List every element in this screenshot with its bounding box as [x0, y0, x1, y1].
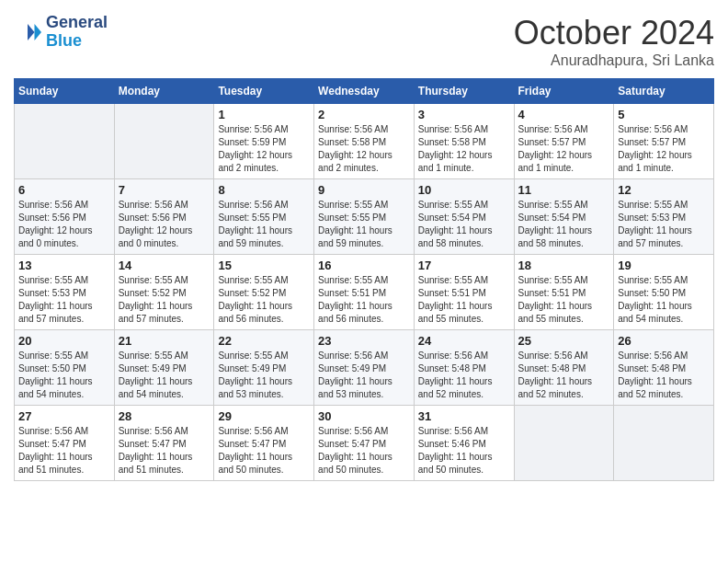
calendar-cell: 30Sunrise: 5:56 AM Sunset: 5:47 PM Dayli…: [314, 406, 415, 481]
day-info: Sunrise: 5:56 AM Sunset: 5:47 PM Dayligh…: [18, 425, 110, 477]
svg-marker-0: [35, 24, 42, 40]
weekday-header: Friday: [514, 79, 614, 104]
month-title: October 2024: [514, 14, 714, 52]
day-number: 28: [119, 409, 210, 423]
day-number: 27: [18, 409, 110, 423]
day-number: 17: [418, 259, 510, 272]
calendar-week-row: 1Sunrise: 5:56 AM Sunset: 5:59 PM Daylig…: [15, 104, 714, 179]
day-number: 22: [218, 334, 310, 348]
day-number: 6: [18, 183, 110, 197]
day-info: Sunrise: 5:55 AM Sunset: 5:53 PM Dayligh…: [618, 199, 710, 250]
weekday-header: Monday: [114, 79, 214, 104]
day-number: 15: [218, 259, 310, 272]
calendar-week-row: 6Sunrise: 5:56 AM Sunset: 5:56 PM Daylig…: [15, 179, 714, 255]
day-number: 13: [18, 259, 110, 272]
day-info: Sunrise: 5:55 AM Sunset: 5:49 PM Dayligh…: [119, 350, 210, 401]
day-number: 30: [318, 409, 410, 423]
logo-text: General Blue: [46, 14, 108, 51]
calendar-body: 1Sunrise: 5:56 AM Sunset: 5:59 PM Daylig…: [15, 104, 714, 481]
logo-line1: General: [46, 14, 108, 32]
weekday-header: Wednesday: [314, 79, 415, 104]
day-number: 21: [119, 334, 210, 348]
calendar-cell: 6Sunrise: 5:56 AM Sunset: 5:56 PM Daylig…: [15, 179, 115, 255]
calendar-cell: 28Sunrise: 5:56 AM Sunset: 5:47 PM Dayli…: [114, 406, 214, 481]
day-info: Sunrise: 5:55 AM Sunset: 5:50 PM Dayligh…: [618, 274, 710, 326]
day-info: Sunrise: 5:56 AM Sunset: 5:49 PM Dayligh…: [318, 350, 410, 401]
calendar-cell: 9Sunrise: 5:55 AM Sunset: 5:55 PM Daylig…: [314, 179, 415, 255]
logo: General Blue: [14, 14, 108, 51]
calendar-cell: 16Sunrise: 5:55 AM Sunset: 5:51 PM Dayli…: [314, 255, 415, 330]
calendar-cell: [514, 406, 614, 481]
calendar-cell: 15Sunrise: 5:55 AM Sunset: 5:52 PM Dayli…: [214, 255, 314, 330]
calendar-cell: 22Sunrise: 5:55 AM Sunset: 5:49 PM Dayli…: [214, 330, 314, 406]
day-number: 18: [518, 259, 610, 272]
day-info: Sunrise: 5:56 AM Sunset: 5:57 PM Dayligh…: [518, 123, 610, 175]
day-number: 26: [618, 334, 710, 348]
day-info: Sunrise: 5:56 AM Sunset: 5:58 PM Dayligh…: [318, 123, 410, 175]
weekday-header: Thursday: [414, 79, 514, 104]
day-number: 4: [518, 108, 610, 121]
day-info: Sunrise: 5:55 AM Sunset: 5:51 PM Dayligh…: [318, 274, 410, 326]
calendar-cell: 2Sunrise: 5:56 AM Sunset: 5:58 PM Daylig…: [314, 104, 415, 179]
day-info: Sunrise: 5:56 AM Sunset: 5:48 PM Dayligh…: [518, 350, 610, 401]
day-info: Sunrise: 5:56 AM Sunset: 5:48 PM Dayligh…: [618, 350, 710, 401]
weekday-header: Saturday: [614, 79, 714, 104]
calendar-cell: 12Sunrise: 5:55 AM Sunset: 5:53 PM Dayli…: [614, 179, 714, 255]
day-number: 9: [318, 183, 410, 197]
day-info: Sunrise: 5:56 AM Sunset: 5:48 PM Dayligh…: [418, 350, 510, 401]
day-info: Sunrise: 5:55 AM Sunset: 5:51 PM Dayligh…: [418, 274, 510, 326]
day-number: 29: [218, 409, 310, 423]
calendar-cell: 3Sunrise: 5:56 AM Sunset: 5:58 PM Daylig…: [414, 104, 514, 179]
calendar-week-row: 20Sunrise: 5:55 AM Sunset: 5:50 PM Dayli…: [15, 330, 714, 406]
calendar-week-row: 13Sunrise: 5:55 AM Sunset: 5:53 PM Dayli…: [15, 255, 714, 330]
calendar-cell: [614, 406, 714, 481]
weekday-header: Sunday: [15, 79, 115, 104]
page-header: General Blue October 2024 Anuradhapura, …: [14, 14, 714, 69]
location-title: Anuradhapura, Sri Lanka: [514, 52, 714, 69]
day-info: Sunrise: 5:56 AM Sunset: 5:47 PM Dayligh…: [119, 425, 210, 477]
day-number: 31: [418, 409, 510, 423]
calendar-cell: 13Sunrise: 5:55 AM Sunset: 5:53 PM Dayli…: [15, 255, 115, 330]
calendar-week-row: 27Sunrise: 5:56 AM Sunset: 5:47 PM Dayli…: [15, 406, 714, 481]
day-info: Sunrise: 5:55 AM Sunset: 5:53 PM Dayligh…: [18, 274, 110, 326]
day-number: 14: [119, 259, 210, 272]
day-info: Sunrise: 5:55 AM Sunset: 5:50 PM Dayligh…: [18, 350, 110, 401]
calendar-cell: 4Sunrise: 5:56 AM Sunset: 5:57 PM Daylig…: [514, 104, 614, 179]
calendar-cell: 10Sunrise: 5:55 AM Sunset: 5:54 PM Dayli…: [414, 179, 514, 255]
day-info: Sunrise: 5:56 AM Sunset: 5:47 PM Dayligh…: [318, 425, 410, 477]
day-number: 12: [618, 183, 710, 197]
day-number: 23: [318, 334, 410, 348]
day-info: Sunrise: 5:55 AM Sunset: 5:52 PM Dayligh…: [218, 274, 310, 326]
day-info: Sunrise: 5:56 AM Sunset: 5:57 PM Dayligh…: [618, 123, 710, 175]
calendar-cell: 17Sunrise: 5:55 AM Sunset: 5:51 PM Dayli…: [414, 255, 514, 330]
logo-line2: Blue: [46, 32, 108, 51]
day-info: Sunrise: 5:56 AM Sunset: 5:46 PM Dayligh…: [418, 425, 510, 477]
day-info: Sunrise: 5:56 AM Sunset: 5:55 PM Dayligh…: [218, 199, 310, 250]
calendar-cell: 1Sunrise: 5:56 AM Sunset: 5:59 PM Daylig…: [214, 104, 314, 179]
day-number: 10: [418, 183, 510, 197]
calendar-cell: 11Sunrise: 5:55 AM Sunset: 5:54 PM Dayli…: [514, 179, 614, 255]
calendar-cell: 18Sunrise: 5:55 AM Sunset: 5:51 PM Dayli…: [514, 255, 614, 330]
day-info: Sunrise: 5:56 AM Sunset: 5:58 PM Dayligh…: [418, 123, 510, 175]
day-info: Sunrise: 5:55 AM Sunset: 5:54 PM Dayligh…: [518, 199, 610, 250]
calendar-cell: 26Sunrise: 5:56 AM Sunset: 5:48 PM Dayli…: [614, 330, 714, 406]
calendar-cell: 7Sunrise: 5:56 AM Sunset: 5:56 PM Daylig…: [114, 179, 214, 255]
weekday-header: Tuesday: [214, 79, 314, 104]
calendar-cell: [15, 104, 115, 179]
calendar-cell: 23Sunrise: 5:56 AM Sunset: 5:49 PM Dayli…: [314, 330, 415, 406]
day-info: Sunrise: 5:55 AM Sunset: 5:54 PM Dayligh…: [418, 199, 510, 250]
calendar-cell: 24Sunrise: 5:56 AM Sunset: 5:48 PM Dayli…: [414, 330, 514, 406]
day-number: 3: [418, 108, 510, 121]
day-number: 7: [119, 183, 210, 197]
calendar-cell: 14Sunrise: 5:55 AM Sunset: 5:52 PM Dayli…: [114, 255, 214, 330]
calendar-cell: [114, 104, 214, 179]
calendar-cell: 8Sunrise: 5:56 AM Sunset: 5:55 PM Daylig…: [214, 179, 314, 255]
weekday-row: SundayMondayTuesdayWednesdayThursdayFrid…: [15, 79, 714, 104]
day-info: Sunrise: 5:55 AM Sunset: 5:49 PM Dayligh…: [218, 350, 310, 401]
day-info: Sunrise: 5:56 AM Sunset: 5:59 PM Dayligh…: [218, 123, 310, 175]
calendar-cell: 21Sunrise: 5:55 AM Sunset: 5:49 PM Dayli…: [114, 330, 214, 406]
day-info: Sunrise: 5:55 AM Sunset: 5:55 PM Dayligh…: [318, 199, 410, 250]
day-info: Sunrise: 5:56 AM Sunset: 5:47 PM Dayligh…: [218, 425, 310, 477]
day-number: 2: [318, 108, 410, 121]
logo-icon: [14, 18, 41, 46]
